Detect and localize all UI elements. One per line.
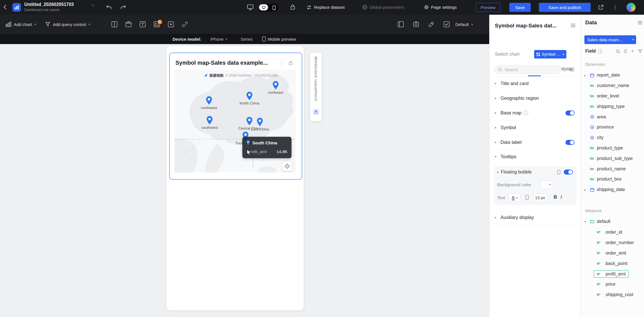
map-tooltip: South China profit_amt 14.8K [242,137,291,158]
field-item-area[interactable]: area [581,112,644,122]
style-list-icon[interactable] [570,68,574,71]
field-item-product-type[interactable]: Strproduct_type [581,143,644,153]
collapsed-chart-tab[interactable]: Mthebiland laandtheint [310,53,322,121]
style-section-title-and-card[interactable]: ▸Title and card [489,76,581,91]
toggle-switch[interactable] [565,140,575,145]
dataset-selector[interactable]: Sales data exam... ▾ [584,35,636,44]
floating-bubble-toggle[interactable] [564,170,573,175]
pin-icon [246,140,250,145]
undo-icon[interactable] [106,5,112,10]
add-chart-button[interactable]: Add chart ▾ [6,15,36,34]
container-icon[interactable] [111,21,118,28]
field-search-icon[interactable] [616,49,620,53]
field-item-order-level[interactable]: Strorder_level [581,91,644,101]
refresh-icon[interactable] [623,49,628,53]
chart-lock-icon[interactable] [289,61,293,65]
media-icon[interactable] [167,21,175,28]
replace-dataset-button[interactable]: Replace dataset [314,5,345,10]
theme-dropdown[interactable]: Default ▾ [455,15,473,34]
field-item-back-point[interactable]: Nºback_point [581,258,644,269]
favorite-star-icon[interactable]: ☆ [91,3,95,8]
field-item-product-name[interactable]: Strproduct_name [581,164,644,174]
field-name: customer_name [597,83,629,88]
string-field-icon: Str [589,157,595,160]
link-icon[interactable] [181,21,189,28]
field-item-province[interactable]: province [581,122,644,133]
image-icon[interactable] [153,21,160,28]
locate-button[interactable] [282,161,292,171]
field-item-shipping-date[interactable]: ▸shipping_date [581,184,644,195]
num-glyph: Nº [597,283,600,286]
floating-bubble-row[interactable]: ▾ Floating bubble [494,166,576,178]
style-search-box[interactable] [494,65,562,74]
device-series[interactable]: Series [241,34,253,44]
field-item-shipping-cost[interactable]: Nºshipping_cost [581,290,644,300]
style-section-tooltips[interactable]: ▾ Tooltips [489,150,581,163]
redo-icon[interactable] [120,5,126,10]
field-item-shipping-type[interactable]: Strshipping_type [581,101,644,112]
toggle-switch[interactable] [565,110,575,116]
background-color-dropdown[interactable]: ▾ [541,181,553,189]
field-item-order-amt[interactable]: Nºorder_amt [581,248,644,259]
data-panel-title: Data [585,19,597,26]
page-settings-button[interactable]: Page settings [431,5,457,10]
field-item-customer-name[interactable]: Strcustomer_name [581,81,644,91]
add-query-control-button[interactable]: Add query control ▾ [45,15,90,34]
device-mode-toggle[interactable] [258,3,279,12]
map-pin-north-china[interactable] [246,92,253,100]
field-item-profit-amt[interactable]: Nºprofit_amt [581,269,644,279]
field-item-product-sub-type[interactable]: Strproduct_sub_type [581,153,644,164]
font-size-input[interactable]: 13 px [533,194,547,202]
panel-menu-icon[interactable] [571,24,575,27]
app-logo-icon[interactable] [12,3,21,12]
page-settings-gear-icon[interactable] [424,5,429,10]
map-pin-central-china[interactable] [246,117,253,125]
field-item-price[interactable]: Nºprice [581,279,644,290]
style-section-symbol[interactable]: ▸Symbol [489,120,581,135]
lock-icon[interactable] [290,4,295,10]
field-item-order-id[interactable]: Nºorder_id [581,227,644,238]
user-avatar[interactable] [626,3,636,12]
device-model-select[interactable]: iPhone ▾ [210,34,227,44]
save-button[interactable]: Save [509,3,531,12]
map-pin-east-china[interactable] [257,118,263,126]
back-icon[interactable] [3,5,6,10]
dimension-label: Dimension [585,62,605,67]
style-section-geographic-region[interactable]: ▸Geographic region [489,91,581,106]
desktop-mode-icon[interactable] [247,4,254,10]
filter-funnel-icon[interactable] [638,49,642,53]
tab-container-icon[interactable] [125,21,132,28]
field-item-order-number[interactable]: Nºorder_number [581,238,644,248]
snapshot-icon[interactable] [412,21,420,28]
data-panel-menu-icon[interactable] [638,21,642,24]
symbol-map[interactable]: 高德地图 © 2026 AutoNavi - GS(2024)1158 nort… [175,70,296,173]
text-icon[interactable] [139,21,146,28]
save-and-publish-button[interactable]: Save and publish [539,3,591,12]
map-pin-northwest[interactable] [206,96,212,105]
field-item-city[interactable]: city [581,133,644,143]
mobile-preview-button[interactable]: Mobile preview [262,34,296,44]
bold-button[interactable]: B [554,194,557,200]
field-item-report-date[interactable]: ▸report_date [581,70,644,81]
chart-more-icon[interactable]: ⋮ [279,60,284,66]
theme-brush-icon[interactable] [428,21,435,28]
map-pin-northeast[interactable] [273,81,279,90]
watermark-icon[interactable] [397,21,404,28]
style-search-input[interactable] [504,67,553,72]
font-color-dropdown[interactable]: A ▾ [508,194,521,202]
style-section-auxiliary-display[interactable]: ▸Auxiliary display [489,210,581,225]
share-export-icon[interactable] [598,5,604,10]
add-field-icon[interactable]: + [631,49,634,53]
measure-folder-default[interactable]: ▾ default [581,216,644,227]
more-menu-icon[interactable]: ⋮ [613,4,617,10]
map-pin-southwest[interactable] [206,116,213,125]
style-section-base-map[interactable]: ▸Base mapi [489,106,581,120]
chart-type-dropdown[interactable]: Symbol map ▾ [534,50,566,58]
multi-select-icon[interactable] [443,21,450,28]
italic-button[interactable]: I [560,194,562,200]
preview-button[interactable]: Preview [476,3,501,12]
tab-lock-icon[interactable] [313,108,319,115]
field-item-product-box[interactable]: Strproduct_box [581,174,644,184]
style-section-data-label[interactable]: ▸Data label [489,135,581,150]
replace-dataset-icon[interactable] [306,5,312,10]
